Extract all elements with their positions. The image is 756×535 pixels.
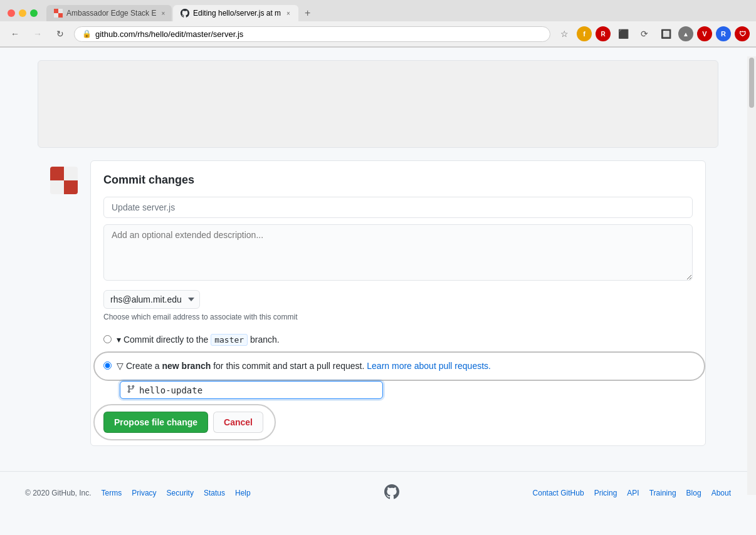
footer-link-api[interactable]: API <box>627 489 639 497</box>
ext-icon-2[interactable]: R <box>596 26 611 41</box>
master-badge: master <box>211 334 248 346</box>
commit-changes-title: Commit changes <box>103 174 693 187</box>
minimize-window-btn[interactable] <box>19 9 26 17</box>
browser-chrome: Ambassador Edge Stack E × Editing hello/… <box>0 0 756 48</box>
commit-section: Commit changes rhs@alum.mit.edu Choose w… <box>38 160 718 446</box>
radio-new-branch-input[interactable] <box>103 361 112 370</box>
ext-icon-3[interactable]: ⬛ <box>614 25 632 43</box>
history-icon[interactable]: ⟳ <box>636 25 653 43</box>
commit-form: Commit changes rhs@alum.mit.edu Choose w… <box>90 160 706 446</box>
reload-button[interactable]: ↻ <box>51 25 69 43</box>
site-footer: © 2020 GitHub, Inc. Terms Privacy Securi… <box>0 471 756 514</box>
ext-icon-4[interactable]: 🔲 <box>657 25 675 43</box>
radio-group: ▾ Commit directly to the master branch. … <box>103 330 693 376</box>
browser-toolbar: ← → ↻ 🔒 github.com/rhs/hello/edit/master… <box>0 21 756 47</box>
page-content: Commit changes rhs@alum.mit.edu Choose w… <box>0 60 756 514</box>
tab-ambassador[interactable]: Ambassador Edge Stack E × <box>46 5 172 21</box>
branch-input-container <box>120 381 383 399</box>
buttons-row-wrapper: Propose file change Cancel <box>103 412 693 433</box>
svg-rect-1 <box>58 9 63 13</box>
footer-copyright: © 2020 GitHub, Inc. <box>25 489 92 497</box>
learn-more-link[interactable]: Learn more about pull requests. <box>367 361 491 371</box>
lock-icon: 🔒 <box>82 29 92 38</box>
buttons-ellipse: Propose file change Cancel <box>103 412 263 433</box>
cancel-button[interactable]: Cancel <box>213 412 263 433</box>
footer-link-pricing[interactable]: Pricing <box>594 489 617 497</box>
radio-direct-label: ▾ Commit directly to the master branch. <box>117 334 280 346</box>
email-helper-text: Choose which email address to associate … <box>103 313 693 321</box>
branch-icon <box>127 385 135 395</box>
ext-icon-6[interactable]: V <box>697 26 712 41</box>
svg-rect-3 <box>58 13 63 18</box>
tab-favicon-1 <box>54 9 63 18</box>
commit-summary-input[interactable] <box>103 197 693 218</box>
commit-description-textarea[interactable] <box>103 224 693 281</box>
bookmark-button[interactable]: ☆ <box>555 25 573 43</box>
branch-name-input[interactable] <box>139 385 376 395</box>
branch-input-wrapper <box>120 381 383 399</box>
avatar-cell-1 <box>50 167 64 180</box>
footer-right-links: Contact GitHub Pricing API Training Blog… <box>533 489 731 497</box>
footer-link-blog[interactable]: Blog <box>686 489 701 497</box>
radio-option-direct: ▾ Commit directly to the master branch. <box>103 330 693 350</box>
scrollbar-thumb[interactable] <box>749 58 754 108</box>
tab-label-1: Ambassador Edge Stack E <box>66 9 156 18</box>
tab-favicon-2 <box>181 9 189 18</box>
avatar-cell-2 <box>64 167 78 180</box>
radio-new-branch-label: ▽ Create a new branch for this commit an… <box>117 360 491 373</box>
footer-link-contact[interactable]: Contact GitHub <box>533 489 584 497</box>
avatar-cell-3 <box>50 180 64 194</box>
editor-area <box>38 60 718 148</box>
new-tab-button[interactable]: + <box>300 5 315 21</box>
radio-option-new-branch: ▽ Create a new branch for this commit an… <box>103 356 693 377</box>
window-controls <box>8 9 38 17</box>
browser-title-bar: Ambassador Edge Stack E × Editing hello/… <box>0 0 756 21</box>
email-select[interactable]: rhs@alum.mit.edu <box>103 290 200 309</box>
avatar-column <box>50 160 78 446</box>
tab-label-2: Editing hello/server.js at m <box>193 9 281 18</box>
forward-button[interactable]: → <box>29 25 46 43</box>
footer-link-help[interactable]: Help <box>235 489 251 497</box>
github-footer-logo <box>384 484 399 501</box>
ext-icon-5[interactable]: ▲ <box>678 26 693 41</box>
user-avatar-img <box>50 167 78 194</box>
tab-github-edit[interactable]: Editing hello/server.js at m × <box>173 5 298 21</box>
url-text: github.com/rhs/hello/edit/master/server.… <box>95 29 542 39</box>
back-button[interactable]: ← <box>6 25 24 43</box>
svg-rect-0 <box>54 9 58 13</box>
tab-close-2[interactable]: × <box>286 9 291 18</box>
avatar-cell-4 <box>64 180 78 194</box>
footer-link-privacy[interactable]: Privacy <box>132 489 156 497</box>
radio-direct-input[interactable] <box>103 335 112 343</box>
toolbar-actions: ☆ f R ⬛ ⟳ 🔲 ▲ V R 🛡 <box>555 25 750 43</box>
ext-icon-7[interactable]: 🛡 <box>735 26 750 41</box>
propose-file-change-button[interactable]: Propose file change <box>103 412 208 433</box>
footer-inner: © 2020 GitHub, Inc. Terms Privacy Securi… <box>25 484 731 501</box>
footer-link-security[interactable]: Security <box>167 489 194 497</box>
footer-link-status[interactable]: Status <box>204 489 225 497</box>
user-avatar[interactable]: R <box>716 26 731 41</box>
footer-link-terms[interactable]: Terms <box>102 489 122 497</box>
address-bar[interactable]: 🔒 github.com/rhs/hello/edit/master/serve… <box>74 26 550 42</box>
ext-icon-1[interactable]: f <box>577 26 592 41</box>
tab-bar: Ambassador Edge Stack E × Editing hello/… <box>46 5 315 21</box>
svg-rect-2 <box>54 13 58 18</box>
email-select-row: rhs@alum.mit.edu <box>103 290 693 309</box>
maximize-window-btn[interactable] <box>30 9 38 17</box>
footer-link-about[interactable]: About <box>711 489 731 497</box>
close-window-btn[interactable] <box>8 9 15 17</box>
scrollbar[interactable] <box>747 56 756 495</box>
footer-link-training[interactable]: Training <box>649 489 676 497</box>
footer-left-links: © 2020 GitHub, Inc. Terms Privacy Securi… <box>25 489 251 497</box>
tab-close-1[interactable]: × <box>161 9 165 18</box>
